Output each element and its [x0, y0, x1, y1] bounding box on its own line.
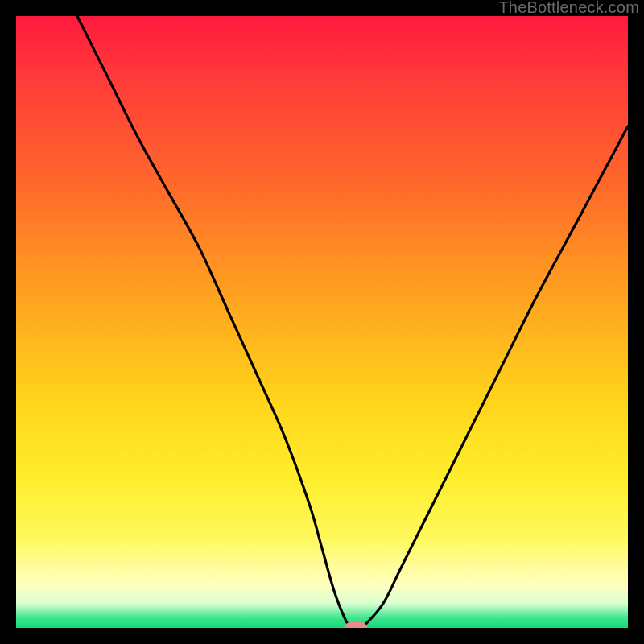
bottleneck-curve [16, 16, 628, 628]
watermark-text: TheBottleneck.com [498, 0, 639, 17]
chart-frame: TheBottleneck.com [0, 0, 644, 644]
plot-area [16, 16, 628, 628]
optimum-marker [345, 622, 367, 628]
